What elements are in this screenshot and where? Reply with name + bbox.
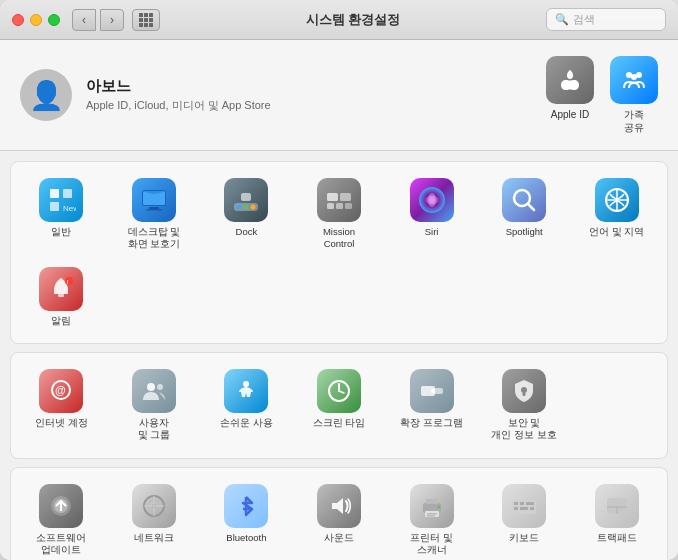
minimize-button[interactable] xyxy=(30,14,42,26)
general-icon: New xyxy=(39,178,83,222)
pref-printer[interactable]: 프린터 및스캐너 xyxy=(387,478,476,560)
trackpad-label: 트랙패드 xyxy=(597,532,637,544)
profile-section: 👤 아보느 Apple ID, iCloud, 미디어 및 App Store … xyxy=(0,40,678,151)
svg-point-35 xyxy=(157,384,163,390)
pref-security[interactable]: 보안 및개인 정보 보호 xyxy=(480,363,569,448)
pref-access[interactable]: 손쉬운 사용 xyxy=(202,363,291,448)
personal-section: New 일반 데스크탑 및화면 보호기 Dock xyxy=(10,161,668,344)
profile-name: 아보느 xyxy=(86,77,546,96)
svg-rect-54 xyxy=(426,499,438,504)
internet-icon: @ xyxy=(39,369,83,413)
pref-language[interactable]: 언어 및 지역 xyxy=(572,172,661,257)
svg-rect-17 xyxy=(340,193,351,201)
ext-label: 확장 프로그램 xyxy=(400,417,463,429)
apple-id-button[interactable]: Apple ID xyxy=(546,56,594,134)
svg-text:!: ! xyxy=(67,279,69,285)
svg-text:New: New xyxy=(63,204,76,213)
svg-rect-63 xyxy=(514,507,518,510)
svg-point-23 xyxy=(425,196,439,204)
sound-label: 사운드 xyxy=(324,532,354,544)
system-preferences-window: ‹ › 시스템 환경설정 🔍 검색 👤 아보느 Apple ID, iCloud… xyxy=(0,0,678,560)
family-icon xyxy=(610,56,658,104)
software-label: 소프트웨어업데이트 xyxy=(36,532,86,557)
svg-rect-64 xyxy=(520,507,528,510)
dock-icon xyxy=(224,178,268,222)
mission-icon xyxy=(317,178,361,222)
accounts-section: @ 인터넷 계정 사용자및 그룹 손쉬운 사용 xyxy=(10,352,668,459)
pref-spotlight[interactable]: Spotlight xyxy=(480,172,569,257)
security-label: 보안 및개인 정보 보호 xyxy=(491,417,556,442)
users-icon xyxy=(132,369,176,413)
close-button[interactable] xyxy=(12,14,24,26)
avatar[interactable]: 👤 xyxy=(20,69,72,121)
svg-point-34 xyxy=(147,383,155,391)
pref-network[interactable]: 네트워크 xyxy=(110,478,199,560)
svg-point-58 xyxy=(437,505,440,508)
pref-users[interactable]: 사용자및 그룹 xyxy=(110,363,199,448)
svg-rect-42 xyxy=(431,389,435,393)
family-sharing-button[interactable]: 가족공유 xyxy=(610,56,658,134)
pref-sound[interactable]: 사운드 xyxy=(295,478,384,560)
trackpad-icon xyxy=(595,484,639,528)
dock-label: Dock xyxy=(236,226,258,238)
internet-label: 인터넷 계정 xyxy=(35,417,88,429)
printer-label: 프린터 및스캐너 xyxy=(410,532,453,557)
search-bar[interactable]: 🔍 검색 xyxy=(546,8,666,31)
desktop-label: 데스크탑 및화면 보호기 xyxy=(128,226,181,251)
family-label: 가족공유 xyxy=(624,108,644,134)
apple-id-label: Apple ID xyxy=(551,108,589,121)
maximize-button[interactable] xyxy=(48,14,60,26)
svg-rect-9 xyxy=(149,207,159,209)
svg-point-13 xyxy=(244,205,249,210)
svg-rect-18 xyxy=(327,203,334,209)
pref-bluetooth[interactable]: Bluetooth xyxy=(202,478,291,560)
pref-general[interactable]: New 일반 xyxy=(17,172,106,257)
svg-rect-5 xyxy=(63,189,72,198)
svg-rect-44 xyxy=(523,392,526,396)
language-label: 언어 및 지역 xyxy=(589,226,644,238)
software-icon xyxy=(39,484,83,528)
pref-keyboard[interactable]: 키보드 xyxy=(480,478,569,560)
siri-label: Siri xyxy=(425,226,439,238)
accounts-grid: @ 인터넷 계정 사용자및 그룹 손쉬운 사용 xyxy=(17,363,661,448)
pref-mission[interactable]: MissionControl xyxy=(295,172,384,257)
mission-label: MissionControl xyxy=(323,226,355,251)
pref-internet[interactable]: @ 인터넷 계정 xyxy=(17,363,106,448)
pref-siri[interactable]: Siri xyxy=(387,172,476,257)
profile-info: 아보느 Apple ID, iCloud, 미디어 및 App Store xyxy=(86,77,546,113)
profile-actions: Apple ID 가족공유 xyxy=(546,56,658,134)
notif-label: 알림 xyxy=(51,315,71,327)
svg-point-36 xyxy=(243,381,249,387)
pref-software[interactable]: 소프트웨어업데이트 xyxy=(17,478,106,560)
svg-point-14 xyxy=(251,205,256,210)
traffic-lights xyxy=(12,14,60,26)
svg-rect-60 xyxy=(514,502,518,505)
back-button[interactable]: ‹ xyxy=(72,9,96,31)
users-label: 사용자및 그룹 xyxy=(138,417,171,442)
pref-trackpad[interactable]: 트랙패드 xyxy=(572,478,661,560)
svg-rect-10 xyxy=(146,209,162,211)
printer-icon xyxy=(410,484,454,528)
svg-rect-20 xyxy=(345,203,352,209)
grid-view-button[interactable] xyxy=(132,9,160,31)
svg-rect-15 xyxy=(241,193,251,201)
hardware-grid: 소프트웨어업데이트 네트워크 xyxy=(17,478,661,560)
svg-rect-56 xyxy=(427,513,437,515)
pref-notif[interactable]: ! 알림 xyxy=(17,261,106,333)
keyboard-label: 키보드 xyxy=(509,532,539,544)
window-title: 시스템 환경설정 xyxy=(160,11,546,29)
pref-screen[interactable]: 스크린 타임 xyxy=(295,363,384,448)
svg-rect-4 xyxy=(50,202,59,211)
svg-point-2 xyxy=(631,74,637,80)
nav-buttons: ‹ › xyxy=(72,9,124,31)
desktop-icon xyxy=(132,178,176,222)
pref-ext[interactable]: 확장 프로그램 xyxy=(387,363,476,448)
titlebar: ‹ › 시스템 환경설정 🔍 검색 xyxy=(0,0,678,40)
ext-icon xyxy=(410,369,454,413)
forward-button[interactable]: › xyxy=(100,9,124,31)
pref-dock[interactable]: Dock xyxy=(202,172,291,257)
content-area: New 일반 데스크탑 및화면 보호기 Dock xyxy=(0,151,678,560)
profile-subtitle: Apple ID, iCloud, 미디어 및 App Store xyxy=(86,98,546,113)
siri-icon xyxy=(410,178,454,222)
pref-desktop[interactable]: 데스크탑 및화면 보호기 xyxy=(110,172,199,257)
